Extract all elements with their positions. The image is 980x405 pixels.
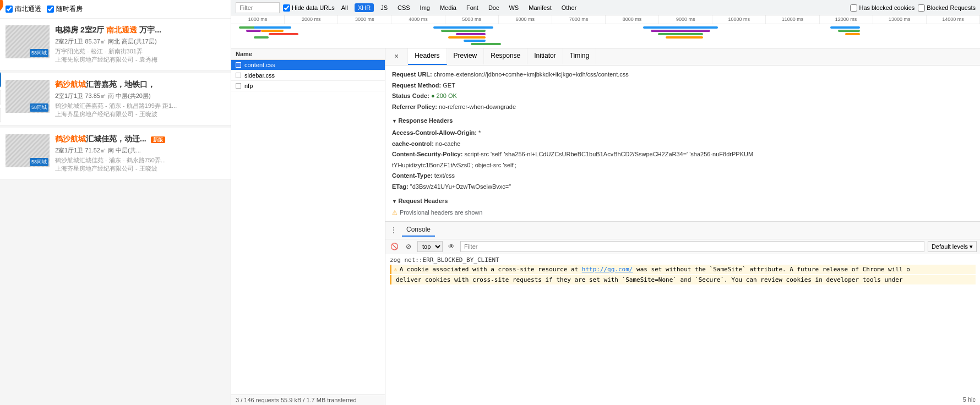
network-item-sidebar-css[interactable]: sidebar.css bbox=[231, 70, 385, 81]
tab-manifest[interactable]: Manifest bbox=[525, 3, 555, 12]
new-version-badge: 新版 bbox=[151, 136, 165, 143]
content-type-row: Content-Type: text/css bbox=[392, 171, 973, 181]
tab-response[interactable]: Response bbox=[484, 48, 527, 65]
property-info: 鹤沙航城汇城佳苑，动迁... 新版 2室1厅1卫 71.52㎡ 南 中层(共..… bbox=[55, 134, 225, 173]
side-button-58[interactable]: 58 bbox=[0, 72, 1, 87]
console-warning-line: ⚠ A cookie associated with a cross-site … bbox=[390, 265, 976, 274]
tab-doc[interactable]: Doc bbox=[485, 3, 503, 12]
close-tab-button[interactable]: × bbox=[385, 48, 408, 65]
tab-other[interactable]: Other bbox=[558, 3, 580, 12]
blocked-requests-checkbox[interactable] bbox=[918, 4, 925, 12]
tab-css[interactable]: CSS bbox=[394, 3, 413, 12]
console-clear-button[interactable]: 🚫 bbox=[389, 241, 400, 252]
filter-suishikangfang[interactable]: 随时看房 bbox=[47, 4, 83, 14]
tick-7000: 7000 ms bbox=[552, 15, 606, 24]
property-item[interactable]: 58同城 鹤沙航城汇城佳苑，动迁... 新版 2室1厅1卫 71.52㎡ 南 中… bbox=[0, 128, 231, 180]
property-agency: 万宇阳光苑 - 松江 - 新南街301弄 bbox=[55, 47, 225, 56]
hide-data-urls-checkbox[interactable] bbox=[283, 4, 290, 12]
console-content: zog net::ERR_BLOCKED_BY_CLIENT ⚠ A cooki… bbox=[385, 254, 980, 406]
property-details: 2室1厅1卫 71.52㎡ 南 中层(共... bbox=[55, 146, 225, 155]
tick-9000: 9000 ms bbox=[659, 15, 712, 24]
tab-preview[interactable]: Preview bbox=[447, 48, 484, 65]
request-headers-title[interactable]: Request Headers bbox=[392, 196, 973, 206]
website-panel: 南北通透 随时看房 58同城 电梯房 2室2厅 南北通透 万宇... 2室2厅1… bbox=[0, 0, 231, 405]
filter-nanbeitongtu[interactable]: 南北通透 bbox=[6, 4, 41, 14]
tick-6000: 6000 ms bbox=[499, 15, 552, 24]
css-file-icon bbox=[236, 62, 241, 68]
console-context-select[interactable]: top bbox=[417, 241, 443, 252]
network-list: Name content.css sidebar.css nfp 3 / 146… bbox=[231, 48, 385, 405]
default-levels-dropdown[interactable]: Default levels ▾ bbox=[928, 241, 977, 252]
tick-2000: 2000 ms bbox=[285, 15, 338, 24]
waterfall-chart bbox=[231, 24, 980, 48]
tick-1000: 1000 ms bbox=[231, 15, 285, 24]
warning-icon: ⚠ bbox=[392, 208, 398, 218]
property-agent: 上海齐星房地产经纪有限公司 - 王晓波 bbox=[55, 165, 225, 173]
file-icon bbox=[236, 83, 241, 89]
console-menu-dots[interactable]: ⋮ bbox=[390, 226, 398, 234]
console-stop-button[interactable]: ⊘ bbox=[403, 241, 414, 252]
request-url-row: Request URL: chrome-extension://jdbno+cc… bbox=[392, 70, 973, 80]
detail-tabs: × Headers Preview Response Initiator Tim… bbox=[385, 48, 980, 65]
tick-11000: 11000 ms bbox=[766, 15, 819, 24]
tab-img[interactable]: Img bbox=[417, 3, 433, 12]
acao-row: Access-Control-Allow-Origin: * bbox=[392, 128, 973, 138]
property-details: 2室2厅1卫 85.37㎡ 南北 高层(共17层) bbox=[55, 37, 225, 46]
tab-initiator[interactable]: Initiator bbox=[527, 48, 563, 65]
console-filter-input[interactable] bbox=[460, 241, 924, 252]
tick-14000: 14000 ms bbox=[927, 15, 980, 24]
tick-10000: 10000 ms bbox=[712, 15, 766, 24]
warning-triangle-icon: ⚠ bbox=[394, 266, 398, 273]
badge-58: 58同城 bbox=[30, 103, 48, 112]
property-agency: 鹤沙航城汇城佳苑 - 浦东 - 鹤永路750弄... bbox=[55, 156, 225, 165]
tab-font[interactable]: Font bbox=[463, 3, 482, 12]
devtools-toolbar: Hide data URLs All XHR JS CSS Img Media … bbox=[231, 0, 980, 15]
property-item[interactable]: 58同城 鹤沙航城汇善嘉苑，地铁口， 2室1厅1卫 73.85㎡ 南 中层(共2… bbox=[0, 73, 231, 125]
property-agency: 鹤沙航城汇善嘉苑 - 浦东 - 航昌路199弄 距1... bbox=[55, 102, 225, 110]
tab-headers[interactable]: Headers bbox=[408, 48, 447, 65]
network-status: 3 / 146 requests 55.9 kB / 1.7 MB transf… bbox=[231, 395, 385, 405]
tab-media[interactable]: Media bbox=[437, 3, 460, 12]
tab-xhr[interactable]: XHR bbox=[355, 3, 374, 12]
badge-58: 58同城 bbox=[30, 158, 48, 166]
nanbeitongtu-checkbox[interactable] bbox=[6, 6, 13, 13]
console-tab[interactable]: Console bbox=[402, 223, 435, 237]
request-detail-panel: × Headers Preview Response Initiator Tim… bbox=[385, 48, 980, 405]
property-agent: 上海齐星房地产经纪有限公司 - 王晓波 bbox=[55, 110, 225, 118]
hide-data-urls-checkbox-label[interactable]: Hide data URLs bbox=[283, 4, 335, 12]
css-file-icon bbox=[236, 73, 241, 78]
network-item-content-css[interactable]: content.css bbox=[231, 60, 385, 70]
referrer-policy-row: Referrer Policy: no-referrer-when-downgr… bbox=[392, 102, 973, 112]
side-button-edit[interactable]: ✎ bbox=[0, 90, 1, 105]
network-item-nfp[interactable]: nfp bbox=[231, 81, 385, 91]
network-list-body: content.css sidebar.css nfp bbox=[231, 60, 385, 395]
badge-58: 58同城 bbox=[30, 49, 48, 57]
headers-content: Request URL: chrome-extension://jdbno+cc… bbox=[385, 65, 980, 221]
filter-bar: 南北通透 随时看房 bbox=[0, 0, 231, 19]
blocked-requests-label[interactable]: Blocked Requests bbox=[918, 4, 976, 12]
response-headers-title[interactable]: Response Headers bbox=[392, 116, 973, 126]
property-title: 鹤沙航城汇善嘉苑，地铁口， bbox=[55, 80, 225, 90]
has-blocked-cookies-checkbox[interactable] bbox=[850, 4, 857, 12]
property-item[interactable]: 58同城 电梯房 2室2厅 南北通透 万宇... 2室2厅1卫 85.37㎡ 南… bbox=[0, 19, 231, 71]
console-warning-link[interactable]: http://qq.com/ bbox=[582, 266, 633, 273]
timeline-ruler: 1000 ms 2000 ms 3000 ms 4000 ms 5000 ms … bbox=[231, 15, 980, 24]
tab-ws[interactable]: WS bbox=[505, 3, 522, 12]
close-icon[interactable]: × bbox=[392, 52, 401, 61]
console-toolbar: 🚫 ⊘ top 👁 Default levels ▾ bbox=[385, 239, 980, 254]
console-eye-button[interactable]: 👁 bbox=[446, 241, 457, 252]
property-title: 鹤沙航城汇城佳苑，动迁... 新版 bbox=[55, 134, 225, 144]
property-details: 2室1厅1卫 73.85㎡ 南 中层(共20层) bbox=[55, 92, 225, 100]
tab-timing[interactable]: Timing bbox=[563, 48, 597, 65]
provisional-warning: ⚠ Provisional headers are shown bbox=[392, 208, 973, 218]
has-blocked-cookies-label[interactable]: Has blocked cookies bbox=[850, 4, 914, 12]
side-button-share[interactable]: ⬡ bbox=[0, 107, 1, 123]
devtools-main: Name content.css sidebar.css nfp 3 / 146… bbox=[231, 48, 980, 405]
property-list: 58同城 电梯房 2室2厅 南北通透 万宇... 2室2厅1卫 85.37㎡ 南… bbox=[0, 19, 231, 182]
suishikangfang-checkbox[interactable] bbox=[47, 6, 54, 13]
tick-3000: 3000 ms bbox=[338, 15, 391, 24]
tab-js[interactable]: JS bbox=[377, 3, 391, 12]
tab-all[interactable]: All bbox=[338, 3, 351, 12]
filter-input[interactable] bbox=[236, 2, 280, 13]
request-method-row: Request Method: GET bbox=[392, 81, 973, 91]
